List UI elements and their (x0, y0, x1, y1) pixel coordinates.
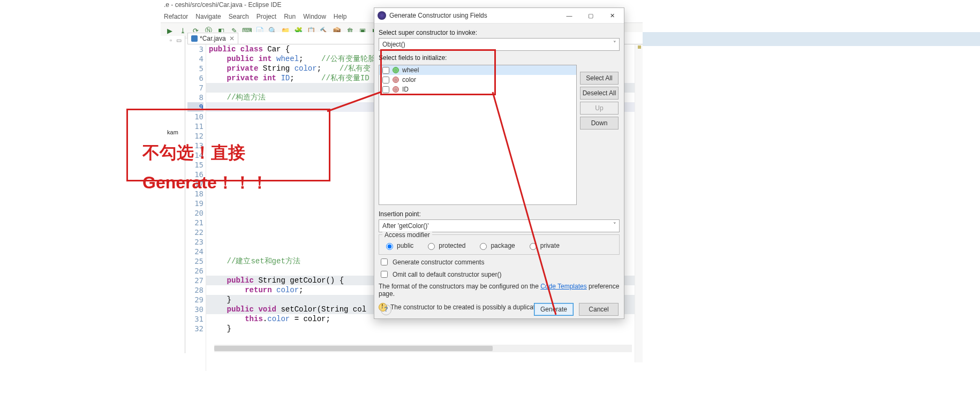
line-number: 20 (187, 208, 203, 218)
omit-super-checkbox[interactable]: Omit call to default constructor super() (379, 269, 620, 279)
dialog-titlebar[interactable]: Generate Constructor using Fields — ▢ ✕ (374, 8, 624, 24)
access-modifier-radio[interactable] (480, 243, 487, 250)
field-row-color[interactable]: ○color (379, 75, 576, 85)
deselect-all-button[interactable]: Deselect All (580, 87, 619, 100)
line-number: 30 (187, 305, 203, 314)
generate-comments-checkbox[interactable]: Generate constructor comments (379, 257, 620, 267)
field-checkbox[interactable] (382, 86, 389, 93)
insertion-point-label: Insertion point: (379, 210, 620, 218)
help-icon[interactable]: ? (381, 305, 391, 315)
cancel-button[interactable]: Cancel (579, 303, 619, 316)
super-constructor-value: Object() (382, 41, 405, 48)
line-number: 28 (187, 285, 203, 295)
field-checkbox[interactable] (382, 77, 389, 83)
line-number: 13 (187, 141, 203, 150)
line-number: 22 (187, 227, 203, 237)
overview-ruler[interactable] (635, 44, 643, 362)
menu-search[interactable]: Search (229, 13, 249, 20)
super-constructor-combo[interactable]: Object() (379, 38, 620, 51)
sidestrip-text: kam (161, 129, 185, 135)
menu-refactor[interactable]: Refactor (164, 13, 188, 20)
line-number: 29 (187, 295, 203, 305)
field-visibility-icon: ○ (393, 67, 399, 73)
access-modifier-radio[interactable] (428, 243, 435, 250)
access-modifier-radio[interactable] (530, 243, 537, 250)
menu-window[interactable]: Window (303, 13, 326, 20)
generate-comments-input[interactable] (381, 259, 388, 265)
field-name: ID (402, 86, 409, 93)
access-modifier-label: public (397, 242, 413, 249)
minimize-button[interactable]: — (559, 9, 580, 22)
line-number: 24 (187, 247, 203, 256)
line-number: 27 (187, 276, 203, 285)
field-checkbox[interactable] (382, 67, 389, 74)
access-modifier-public[interactable]: public (383, 241, 413, 250)
editor-tab-label: *Car.java (200, 35, 226, 42)
menu-navigate[interactable]: Navigate (195, 13, 221, 20)
toolbar-icon-1[interactable]: ⤓ (178, 26, 187, 35)
access-modifier-label: private (540, 242, 560, 249)
access-modifier-private[interactable]: private (527, 241, 560, 250)
access-modifier-radio[interactable] (386, 243, 393, 250)
move-down-button[interactable]: Down (580, 117, 619, 130)
dialog-title: Generate Constructor using Fields (389, 12, 559, 19)
close-tab-icon[interactable]: ✕ (229, 35, 235, 42)
select-super-label: Select super constructor to invoke: (379, 29, 620, 36)
horizontal-scrollbar[interactable] (214, 345, 632, 352)
insertion-point-combo[interactable]: After 'getColor()' (379, 219, 620, 232)
access-modifier-group: Access modifier publicprotectedpackagepr… (379, 234, 620, 255)
line-number: 25 (187, 256, 203, 266)
omit-super-label: Omit call to default constructor super() (393, 271, 501, 278)
editor-tab-car-java[interactable]: *Car.java ✕ (187, 33, 238, 44)
line-number: 8 (187, 93, 203, 102)
line-number: 23 (187, 237, 203, 247)
select-all-button[interactable]: Select All (580, 72, 619, 85)
left-blank-area (0, 0, 161, 417)
move-up-button[interactable]: Up (580, 102, 619, 115)
menu-run[interactable]: Run (284, 13, 296, 20)
menu-project[interactable]: Project (257, 13, 276, 20)
close-button[interactable]: ✕ (601, 9, 623, 22)
field-name: color (402, 76, 416, 83)
line-number: 21 (187, 218, 203, 227)
warning-text: The constructor to be created is possibl… (390, 303, 539, 311)
line-number: 14 (187, 150, 203, 160)
line-number: 31 (187, 314, 203, 324)
line-number: 4 (187, 54, 203, 64)
select-fields-label: Select fields to initialize: (379, 54, 620, 62)
omit-super-input[interactable] (381, 271, 388, 278)
access-modifier-protected[interactable]: protected (425, 241, 465, 250)
minimize-view-icon[interactable]: ▭ (176, 37, 182, 44)
restore-view-icon[interactable]: ▫ (170, 37, 172, 43)
ruler-mark (638, 45, 641, 49)
java-file-icon (191, 35, 198, 42)
right-highlight-band (643, 32, 980, 46)
maximize-button[interactable]: ▢ (580, 9, 601, 22)
line-number-gutter: 3456789101112131415161718192021222324252… (187, 44, 206, 371)
line-number: 19 (187, 199, 203, 208)
field-visibility-icon: ○ (393, 77, 399, 83)
line-number: 9 (187, 102, 203, 112)
line-number: 18 (187, 189, 203, 199)
field-row-wheel[interactable]: ○wheel (379, 65, 576, 75)
access-modifier-package[interactable]: package (477, 241, 515, 250)
line-number: 12 (187, 131, 203, 141)
code-line[interactable]: } (207, 324, 643, 333)
access-modifier-label: package (491, 242, 515, 249)
line-number: 17 (187, 179, 203, 189)
toolbar-icon-0[interactable]: ▶ (165, 26, 175, 35)
templates-note: The format of the constructors may be co… (379, 283, 620, 298)
field-visibility-icon: ○ (393, 86, 399, 93)
insertion-point-value: After 'getColor()' (382, 222, 429, 230)
fields-list[interactable]: ○wheel○color○ID (379, 65, 577, 205)
code-templates-link[interactable]: Code Templates (540, 283, 587, 290)
line-number: 16 (187, 170, 203, 179)
generate-button[interactable]: Generate (534, 303, 574, 316)
generate-comments-label: Generate constructor comments (393, 259, 484, 266)
scrollbar-thumb[interactable] (214, 346, 493, 351)
field-row-id[interactable]: ○ID (379, 85, 576, 94)
menu-help[interactable]: Help (334, 13, 347, 20)
line-number: 6 (187, 73, 203, 83)
access-modifier-legend: Access modifier (382, 231, 432, 239)
eclipse-icon (378, 11, 386, 20)
